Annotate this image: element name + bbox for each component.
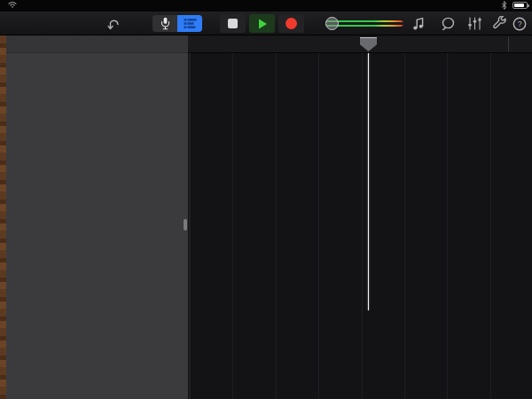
loops-button[interactable] — [410, 12, 426, 35]
undo-button[interactable] — [106, 12, 121, 35]
settings-button[interactable] — [491, 12, 507, 35]
tracks-view-icon — [184, 18, 197, 29]
play-icon — [256, 18, 269, 30]
master-volume-slider[interactable] — [325, 20, 403, 27]
status-bar — [0, 0, 532, 12]
record-icon — [286, 18, 297, 29]
help-button[interactable]: ? — [512, 12, 528, 35]
header-resize-handle[interactable] — [184, 219, 187, 231]
playhead-line — [368, 53, 369, 310]
stop-icon — [228, 19, 238, 28]
ruler-separator — [508, 37, 509, 51]
svg-text:?: ? — [518, 20, 522, 28]
mixer-button[interactable] — [466, 12, 482, 35]
wifi-icon — [8, 1, 17, 8]
play-button[interactable] — [249, 14, 275, 33]
stop-button[interactable] — [220, 14, 246, 33]
mixer-faders-icon — [467, 17, 482, 30]
volume-knob[interactable] — [325, 17, 339, 30]
music-note-icon — [411, 17, 425, 31]
microphone-icon — [160, 17, 170, 30]
transport-controls — [220, 14, 304, 33]
tracks-view-button[interactable] — [177, 15, 202, 32]
track-header-panel — [6, 35, 188, 399]
toolbar: ? — [0, 12, 532, 35]
bluetooth-icon — [501, 1, 507, 10]
main-area — [0, 35, 532, 399]
battery-icon — [512, 2, 528, 9]
loop-browser-button[interactable] — [440, 12, 456, 35]
region-lanes — [188, 53, 532, 399]
input-monitor-button[interactable] — [153, 15, 177, 32]
help-icon: ? — [512, 17, 527, 31]
undo-icon — [106, 16, 121, 31]
timeline — [188, 35, 532, 399]
record-button[interactable] — [278, 14, 304, 33]
lasso-loop-icon — [441, 17, 456, 31]
wrench-icon — [492, 16, 507, 31]
header-corner — [6, 35, 188, 53]
garageband-screen: ? — [0, 0, 532, 399]
view-segmented-control — [153, 15, 202, 32]
wood-edge — [0, 35, 6, 399]
